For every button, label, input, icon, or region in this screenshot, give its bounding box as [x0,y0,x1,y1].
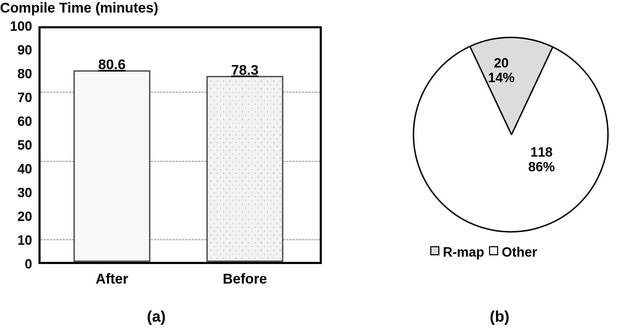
legend-label: R-map [443,245,484,260]
pie-slice-percent: 14% [488,70,515,85]
pie-slice-label-other: 118 86% [528,145,555,174]
pie-slice-percent: 86% [528,159,555,174]
y-tick-label: 20 [1,209,32,224]
legend-item-other: Other [489,245,537,260]
pie-legend: R-map Other [430,245,537,260]
y-tick-label: 80 [1,66,32,81]
bar-value-label: 78.3 [231,62,259,78]
subplot-label-b: (b) [490,308,509,325]
y-tick-label: 40 [1,162,32,177]
legend-item-rmap: R-map [430,245,484,260]
y-tick-label: 50 [1,138,32,153]
y-tick-label: 60 [1,114,32,129]
pie-slice-label-rmap: 20 14% [488,56,515,85]
y-tick-label: 70 [1,90,32,105]
y-tick-label: 100 [1,19,32,34]
pie-slice-value: 20 [494,56,509,70]
pie-chart: 20 14% 118 86% [413,37,609,233]
bar-before [206,76,283,262]
legend-label: Other [502,245,537,260]
bar-value-label: 80.6 [98,57,126,72]
charts-root: Compile Time (minutes) 0 10 20 30 40 50 … [0,0,644,335]
legend-swatch-icon [489,246,498,255]
y-tick-label: 30 [1,185,32,200]
x-category-label: Before [223,271,267,287]
x-category-label: After [95,271,128,287]
chart-title: Compile Time (minutes) [0,0,158,16]
subplot-label-a: (a) [147,308,166,325]
pie-slice-value: 118 [530,145,552,159]
y-tick-label: 90 [1,43,32,58]
y-tick-label: 0 [1,257,32,272]
y-tick-label: 10 [1,233,32,248]
bar-chart: 0 10 20 30 40 50 60 70 80 90 100 80.6 78… [38,26,322,264]
bar-after [73,70,150,262]
legend-swatch-icon [430,246,439,255]
